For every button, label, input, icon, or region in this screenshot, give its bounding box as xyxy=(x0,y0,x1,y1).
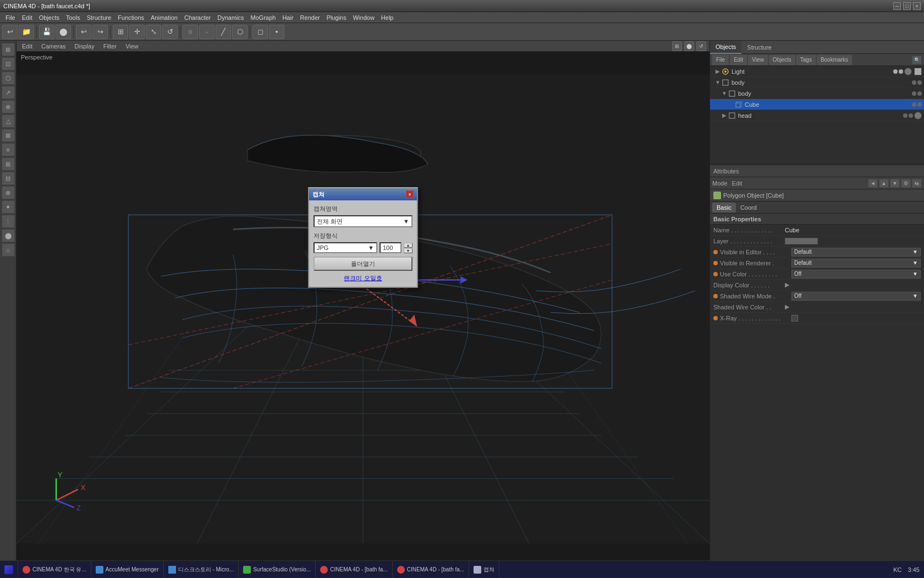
menu-item-animation[interactable]: Animation xyxy=(147,12,181,23)
viewport-edit-btn[interactable]: Edit xyxy=(20,43,35,50)
taskbar-item-4[interactable]: SurfaceStudio (Versio... xyxy=(239,561,316,579)
sidebar-btn-12[interactable]: ✦ xyxy=(2,200,15,214)
rotate-button[interactable]: ↺ xyxy=(162,25,178,39)
move-button[interactable]: ✛ xyxy=(129,25,145,39)
popup-close-button[interactable]: × xyxy=(406,190,414,198)
sidebar-btn-2[interactable]: ⊡ xyxy=(2,57,15,70)
sidebar-btn-1[interactable]: ⊞ xyxy=(2,43,15,56)
attr-nav-down[interactable]: ▼ xyxy=(890,179,900,188)
menu-item-hair[interactable]: Hair xyxy=(279,12,296,23)
taskbar-item-3[interactable]: 디스크스토리 - Micro... xyxy=(164,561,239,579)
undo-button[interactable]: ↩ xyxy=(76,25,91,39)
taskbar-item-1[interactable]: CINEMA 4D 한국 유... xyxy=(18,561,91,579)
attr-nav-up[interactable]: ▲ xyxy=(879,179,889,188)
tree-expand-light[interactable]: ▶ xyxy=(714,68,721,75)
popup-format-dropdown[interactable]: JPG ▼ xyxy=(314,242,377,253)
menu-item-mograph[interactable]: MoGraph xyxy=(248,12,279,23)
viewport-icon-3[interactable]: ↺ xyxy=(696,41,706,51)
tree-expand-head[interactable]: ▶ xyxy=(721,112,728,119)
viewport-view-btn[interactable]: View xyxy=(123,43,141,50)
popup-folder-btn[interactable]: 폴더열기 xyxy=(314,257,413,271)
sidebar-btn-8[interactable]: ≡ xyxy=(2,143,15,156)
taskbar-item-6[interactable]: CINEMA 4D - [bath fa... xyxy=(393,561,469,579)
menu-item-objects[interactable]: Objects xyxy=(36,12,63,23)
menu-item-edit[interactable]: Edit xyxy=(19,12,36,23)
quality-down-btn[interactable]: ▼ xyxy=(404,248,413,253)
sidebar-btn-11[interactable]: ⊕ xyxy=(2,186,15,199)
sidebar-btn-10[interactable]: ⊟ xyxy=(2,172,15,185)
obj-objects-btn[interactable]: Objects xyxy=(769,55,795,65)
live-selection[interactable]: ◻ xyxy=(252,25,268,39)
prop-use-color-dropdown[interactable]: Off ▼ xyxy=(791,270,921,279)
sidebar-btn-9[interactable]: ⊞ xyxy=(2,157,15,171)
attr-nav-left[interactable]: ◄ xyxy=(868,179,878,188)
tab-structure[interactable]: Structure xyxy=(741,41,777,54)
prop-vis-editor-dropdown[interactable]: Default ▼ xyxy=(791,248,921,257)
menu-item-window[interactable]: Window xyxy=(350,12,378,23)
rect-selection[interactable]: ▪ xyxy=(269,25,284,39)
popup-link[interactable]: 랜크미 오일호 xyxy=(314,274,413,282)
viewport-icon-1[interactable]: ⊞ xyxy=(672,41,682,51)
menu-item-file[interactable]: File xyxy=(2,12,19,23)
sidebar-btn-7[interactable]: ⊠ xyxy=(2,129,15,142)
close-button[interactable]: × xyxy=(913,2,921,10)
prop-wire-mode-dropdown[interactable]: Off ▼ xyxy=(791,292,921,301)
menu-item-dynamics[interactable]: Dynamics xyxy=(214,12,247,23)
obj-tags-btn[interactable]: Tags xyxy=(796,55,816,65)
menu-item-render[interactable]: Render xyxy=(297,12,323,23)
taskbar-item-5[interactable]: CINEMA 4D - [bath fa... xyxy=(316,561,392,579)
menu-item-structure[interactable]: Structure xyxy=(84,12,115,23)
scale-button[interactable]: ⤡ xyxy=(146,25,161,39)
minimize-button[interactable]: ─ xyxy=(893,2,901,10)
obj-bookmarks-btn[interactable]: Bookmarks xyxy=(817,55,852,65)
maximize-button[interactable]: □ xyxy=(903,2,911,10)
menu-item-help[interactable]: Help xyxy=(378,12,397,23)
attr-tab-basic[interactable]: Basic xyxy=(712,203,736,212)
sidebar-btn-4[interactable]: ↗ xyxy=(2,86,15,99)
object-mode[interactable]: ○ xyxy=(183,25,198,39)
save-button[interactable]: 💾 xyxy=(39,25,54,39)
tree-expand-cube[interactable] xyxy=(728,101,734,108)
sidebar-btn-15[interactable]: ⌂ xyxy=(2,243,15,257)
tree-item-head[interactable]: ▶ head xyxy=(710,110,924,121)
open-button[interactable]: 📁 xyxy=(19,25,34,39)
menu-item-tools[interactable]: Tools xyxy=(63,12,84,23)
obj-edit-btn[interactable]: Edit xyxy=(730,55,747,65)
tree-item-body-inner[interactable]: ▼ body xyxy=(710,88,924,99)
sidebar-btn-6[interactable]: △ xyxy=(2,114,15,128)
sidebar-btn-3[interactable]: ⬡ xyxy=(2,72,15,85)
prop-layer-bar[interactable] xyxy=(785,238,818,244)
attr-tab-coord[interactable]: Coord xyxy=(736,203,761,212)
sidebar-btn-14[interactable]: ⬤ xyxy=(2,229,15,242)
viewport-cameras-btn[interactable]: Cameras xyxy=(39,43,68,50)
sidebar-btn-5[interactable]: ⊕ xyxy=(2,100,15,113)
quality-up-btn[interactable]: ▲ xyxy=(404,243,413,248)
tree-item-body-outer[interactable]: ▼ body xyxy=(710,77,924,88)
attr-settings[interactable]: ⚙ xyxy=(901,179,911,188)
menu-item-plugins[interactable]: Plugins xyxy=(323,12,350,23)
redo-button[interactable]: ↪ xyxy=(92,25,108,39)
menu-item-character[interactable]: Character xyxy=(181,12,214,23)
taskbar-start[interactable] xyxy=(0,561,18,579)
popup-capture-dropdown[interactable]: 전체 화면 ▼ xyxy=(314,215,413,227)
tab-objects[interactable]: Objects xyxy=(710,41,741,54)
sidebar-btn-13[interactable]: ⋮ xyxy=(2,215,15,228)
viewport-icon-2[interactable]: ⬤ xyxy=(684,41,694,51)
prop-xray-checkbox[interactable] xyxy=(791,315,798,321)
attr-expand[interactable]: ⇆ xyxy=(912,179,922,188)
tree-item-light[interactable]: ▶ Light xyxy=(710,66,924,77)
tree-expand-body-outer[interactable]: ▼ xyxy=(714,79,721,86)
tree-item-cube[interactable]: Cube xyxy=(710,99,924,110)
tree-expand-body-inner[interactable]: ▼ xyxy=(721,90,728,97)
popup-quality-input[interactable]: 100 xyxy=(380,242,402,253)
menu-item-functions[interactable]: Functions xyxy=(114,12,147,23)
obj-file-btn[interactable]: File xyxy=(712,55,729,65)
viewport-display-btn[interactable]: Display xyxy=(73,43,97,50)
new-button[interactable]: ↩ xyxy=(2,25,18,39)
viewport-filter-btn[interactable]: Filter xyxy=(101,43,119,50)
prop-vis-render-dropdown[interactable]: Default ▼ xyxy=(791,259,921,268)
edge-mode[interactable]: ╱ xyxy=(216,25,231,39)
obj-view-btn[interactable]: View xyxy=(748,55,768,65)
render-button[interactable]: ⬤ xyxy=(56,25,71,39)
polygon-mode[interactable]: ⬡ xyxy=(232,25,248,39)
